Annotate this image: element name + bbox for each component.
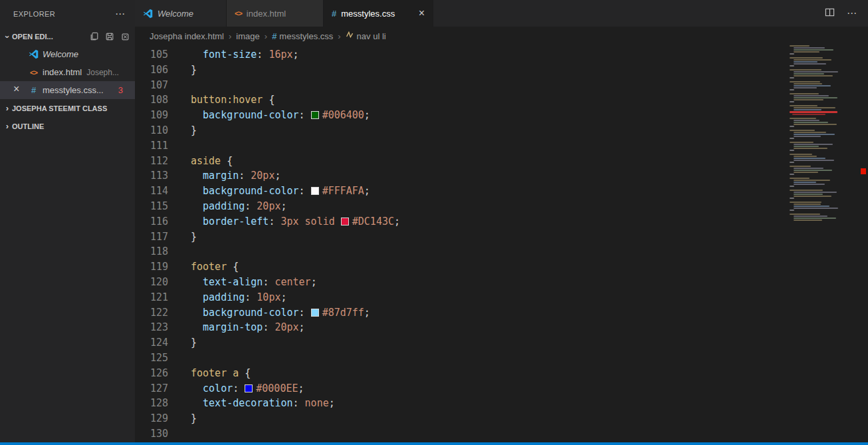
- line-number[interactable]: 117: [135, 229, 168, 245]
- code-text[interactable]: [168, 244, 191, 259]
- code-line-117[interactable]: 117}: [135, 229, 868, 245]
- line-number[interactable]: 115: [135, 199, 168, 214]
- line-number[interactable]: 119: [135, 259, 168, 275]
- code-text[interactable]: padding: 10px;: [168, 290, 287, 305]
- minimap[interactable]: [790, 45, 839, 222]
- code-text[interactable]: [168, 426, 191, 442]
- tab-welcome[interactable]: Welcome: [135, 0, 227, 27]
- code-line-129[interactable]: 129}: [135, 411, 868, 426]
- code-text[interactable]: [168, 351, 191, 366]
- line-number[interactable]: 110: [135, 123, 168, 138]
- line-number[interactable]: 108: [135, 92, 168, 108]
- code-text[interactable]: }: [168, 335, 197, 351]
- line-number[interactable]: 106: [135, 63, 168, 78]
- breadcrumb-item-image[interactable]: image: [236, 31, 259, 41]
- line-number[interactable]: 114: [135, 184, 168, 199]
- code-text[interactable]: }: [168, 63, 197, 78]
- code-line-115[interactable]: 115 padding: 20px;: [135, 199, 868, 214]
- save-all-icon[interactable]: [105, 32, 114, 41]
- explorer-more-actions-icon[interactable]: ⋯: [115, 8, 126, 20]
- line-number[interactable]: 113: [135, 168, 168, 184]
- overview-ruler-error-marker[interactable]: [861, 168, 866, 174]
- open-editors-header[interactable]: › OPEN EDI...: [0, 28, 135, 45]
- line-number[interactable]: 125: [135, 351, 168, 366]
- line-number[interactable]: 124: [135, 335, 168, 351]
- code-line-118[interactable]: 118: [135, 244, 868, 259]
- code-line-114[interactable]: 114 background-color: #FFFAFA;: [135, 184, 868, 199]
- color-swatch[interactable]: [341, 218, 349, 225]
- code-line-119[interactable]: 119footer {: [135, 259, 868, 275]
- split-editor-icon[interactable]: [825, 7, 835, 20]
- code-line-125[interactable]: 125: [135, 351, 868, 366]
- code-text[interactable]: footer a {: [168, 366, 251, 381]
- color-swatch[interactable]: [311, 111, 319, 119]
- line-number[interactable]: 116: [135, 214, 168, 229]
- code-line-112[interactable]: 112aside {: [135, 154, 868, 169]
- code-text[interactable]: background-color: #FFFAFA;: [168, 184, 370, 199]
- code-line-130[interactable]: 130: [135, 426, 868, 442]
- color-swatch[interactable]: [245, 384, 253, 392]
- code-text[interactable]: color: #0000EE;: [168, 381, 304, 396]
- close-all-editors-icon[interactable]: [120, 32, 130, 41]
- open-editor-item-messtyles-css[interactable]: × # messtyles.css... 3: [0, 81, 135, 99]
- line-number[interactable]: 105: [135, 47, 168, 63]
- code-text[interactable]: background-color: #87d7ff;: [168, 305, 370, 321]
- code-text[interactable]: text-align: center;: [168, 275, 317, 290]
- code-line-106[interactable]: 106}: [135, 63, 868, 78]
- code-line-124[interactable]: 124}: [135, 335, 868, 351]
- code-line-108[interactable]: 108button:hover {: [135, 92, 868, 108]
- code-text[interactable]: border-left: 3px solid #DC143C;: [168, 214, 400, 229]
- line-number[interactable]: 120: [135, 275, 168, 290]
- code-text[interactable]: text-decoration: none;: [168, 396, 335, 411]
- line-number[interactable]: 128: [135, 396, 168, 411]
- code-line-110[interactable]: 110}: [135, 123, 868, 138]
- code-editor[interactable]: 105 font-size: 16px;106}107108button:hov…: [135, 45, 868, 442]
- code-text[interactable]: margin-top: 20px;: [168, 320, 305, 335]
- code-text[interactable]: button:hover {: [168, 92, 274, 108]
- line-number[interactable]: 118: [135, 244, 168, 259]
- code-text[interactable]: font-size: 16px;: [168, 47, 299, 63]
- code-line-109[interactable]: 109 background-color: #006400;: [135, 108, 868, 123]
- code-line-128[interactable]: 128 text-decoration: none;: [135, 396, 868, 411]
- tab-index-html[interactable]: <> index.html: [227, 0, 324, 27]
- color-swatch[interactable]: [311, 309, 319, 317]
- code-text[interactable]: margin: 20px;: [168, 168, 280, 184]
- code-text[interactable]: [168, 138, 191, 154]
- color-swatch[interactable]: [311, 187, 319, 195]
- line-number[interactable]: 111: [135, 138, 168, 154]
- code-text[interactable]: aside {: [168, 154, 233, 169]
- code-line-120[interactable]: 120 text-align: center;: [135, 275, 868, 290]
- code-text[interactable]: footer {: [168, 259, 239, 275]
- line-number[interactable]: 130: [135, 426, 168, 442]
- line-number[interactable]: 109: [135, 108, 168, 123]
- breadcrumb-item-symbol[interactable]: nav ul li: [346, 31, 386, 41]
- line-number[interactable]: 127: [135, 381, 168, 396]
- code-line-122[interactable]: 122 background-color: #87d7ff;: [135, 305, 868, 321]
- open-editor-item-welcome[interactable]: Welcome: [0, 45, 135, 63]
- breadcrumb-item-folder[interactable]: Josepha index.html: [150, 31, 224, 41]
- code-line-121[interactable]: 121 padding: 10px;: [135, 290, 868, 305]
- code-text[interactable]: }: [168, 123, 197, 138]
- code-line-113[interactable]: 113 margin: 20px;: [135, 168, 868, 184]
- line-number[interactable]: 129: [135, 411, 168, 426]
- new-untitled-file-icon[interactable]: [90, 32, 99, 41]
- more-actions-icon[interactable]: ⋯: [847, 7, 857, 19]
- code-text[interactable]: }: [168, 411, 197, 426]
- close-icon[interactable]: ×: [13, 83, 19, 95]
- code-text[interactable]: background-color: #006400;: [168, 108, 370, 123]
- breadcrumb-item-file[interactable]: # messtyles.css: [272, 31, 333, 41]
- open-editor-item-index-html[interactable]: <> index.html Joseph...: [0, 63, 135, 81]
- tab-messtyles-css-active[interactable]: # messtyles.css ×: [324, 0, 433, 27]
- sidebar-section-outline[interactable]: › OUTLINE: [0, 117, 135, 135]
- code-text[interactable]: [168, 78, 191, 93]
- code-line-111[interactable]: 111: [135, 138, 868, 154]
- line-number[interactable]: 126: [135, 366, 168, 381]
- code-line-126[interactable]: 126footer a {: [135, 366, 868, 381]
- line-number[interactable]: 112: [135, 154, 168, 169]
- code-line-123[interactable]: 123 margin-top: 20px;: [135, 320, 868, 335]
- line-number[interactable]: 122: [135, 305, 168, 321]
- code-text[interactable]: padding: 20px;: [168, 199, 287, 214]
- sidebar-section-folder[interactable]: › JOSEPHA STEEMIT CLASS: [0, 99, 135, 117]
- code-line-127[interactable]: 127 color: #0000EE;: [135, 381, 868, 396]
- close-icon[interactable]: ×: [419, 7, 425, 19]
